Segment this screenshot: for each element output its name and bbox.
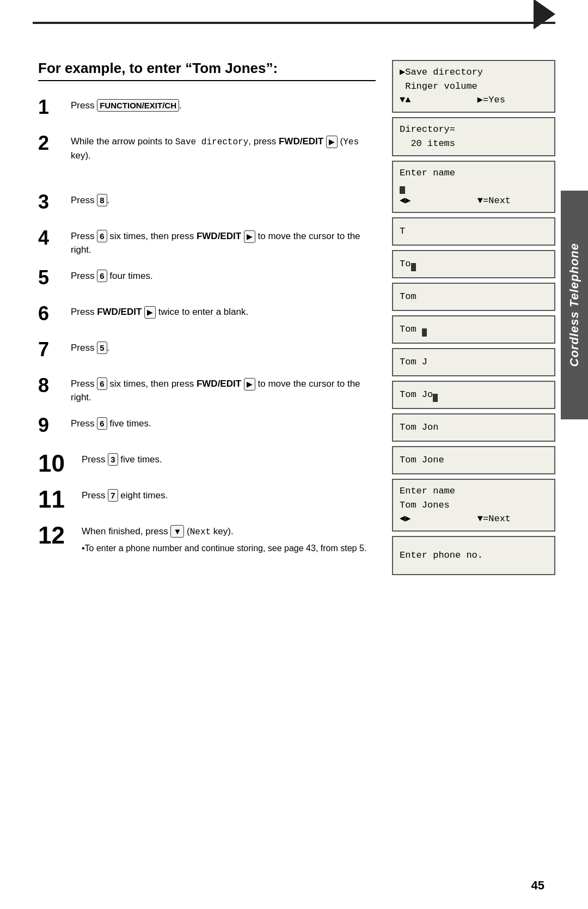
lcd-screen-6: Tom [392,315,555,344]
lcd-12-line1: Enter phone no. [400,548,548,563]
step-text-9: Press 6 five times. [71,414,376,431]
page-container: Cordless Telephone For example, to enter… [0,0,588,909]
lcd-en1-line1: Enter name [400,166,548,180]
fwd-edit-arrow-8: ▶ [244,378,255,391]
lcd-en1-line3: ◄▶ ▼=Next [400,194,548,208]
step-text-11: Press 7 eight times. [82,486,376,503]
lcd-screen-1: ▶Save directory Ringer volume ▼▲ ▶=Yes [392,60,555,113]
lcd-2-line2: 20 items [400,137,548,151]
step-11: 11 Press 7 eight times. [38,486,376,513]
step-10: 10 Press 3 five times. [38,450,376,477]
lcd-1-line1: ▶Save directory [400,65,548,80]
fwd-edit-arrow: ▶ [326,136,338,148]
step-7: 7 Press 5. [38,339,376,365]
lcd-screen-enter-name-1: Enter name ◄▶ ▼=Next [392,161,555,213]
lcd-screen-2: Directory= 20 items [392,117,555,156]
lcd-screen-11: Enter name Tom Jones ◄▶ ▼=Next [392,479,555,532]
function-exit-ch-key: FUNCTION/EXIT/CH [97,99,179,112]
step-2: 2 While the arrow points to Save directo… [38,132,376,163]
step-number-5: 5 [38,267,71,288]
lcd-8-line1: Tom Jo [400,388,548,402]
section-heading: For example, to enter “Tom Jones”: [38,60,376,81]
lcd-screen-3: T [392,217,555,246]
lcd-11-line1: Enter name [400,484,548,498]
right-column: ▶Save directory Ringer volume ▼▲ ▶=Yes D… [392,60,555,575]
key-6d: 6 [97,417,107,430]
step-text-3: Press 8. [71,191,376,208]
step-text-1: Press FUNCTION/EXIT/CH. [71,96,376,113]
lcd-5-line1: Tom [400,290,548,304]
lcd-screen-5: Tom [392,283,555,311]
yes-key-ref: Yes [343,137,359,147]
key-6a: 6 [97,230,107,242]
step-number-6: 6 [38,303,71,324]
step-number-7: 7 [38,339,71,359]
key-5: 5 [97,341,107,354]
lcd-3-line1: T [400,224,548,239]
step-9: 9 Press 6 five times. [38,414,376,441]
step-number-10: 10 [38,450,82,475]
step-12: 12 When finished, press ▼ (Next key). •T… [38,522,376,555]
key-8: 8 [97,194,107,206]
step-6: 6 Press FWD/EDIT ▶ twice to enter a blan… [38,303,376,329]
lcd-screen-7: Tom J [392,348,555,376]
step-number-9: 9 [38,414,71,435]
spacer-enter-name [38,175,376,186]
next-key-ref: Next [190,527,211,537]
key-6b: 6 [97,270,107,282]
step-8: 8 Press 6 six times, then press FWD/EDIT… [38,375,376,405]
step-5: 5 Press 6 four times. [38,267,376,293]
step-text-6: Press FWD/EDIT ▶ twice to enter a blank. [71,303,376,319]
step-text-4: Press 6 six times, then press FWD/EDIT ▶… [71,227,376,257]
lcd-10-line1: Tom Jone [400,453,548,467]
step-text-5: Press 6 four times. [71,267,376,283]
step-number-8: 8 [38,375,71,395]
fwd-edit-arrow-6: ▶ [144,306,156,319]
side-tab: Cordless Telephone [561,191,588,419]
key-6c: 6 [97,377,107,390]
step-12-note: •To enter a phone number and continue st… [82,542,376,555]
top-arrow-bar [0,0,588,33]
page-number: 45 [531,879,544,893]
main-content: For example, to enter “Tom Jones”: 1 Pre… [33,60,555,575]
key-7: 7 [108,489,118,502]
lcd-6-line1: Tom [400,322,548,337]
fwd-edit-arrow-4: ▶ [244,230,255,243]
step-number-2: 2 [38,132,71,153]
step-text-8: Press 6 six times, then press FWD/EDIT ▶… [71,375,376,405]
lcd-screen-9: Tom Jon [392,413,555,442]
lcd-7-line1: Tom J [400,355,548,369]
lcd-1-line3: ▼▲ ▶=Yes [400,93,548,107]
step-number-1: 1 [38,96,71,117]
side-tab-label: Cordless Telephone [567,243,581,367]
step-text-2: While the arrow points to Save directory… [71,132,376,163]
lcd-11-line3: ◄▶ ▼=Next [400,512,548,526]
step-number-12: 12 [38,522,82,547]
lcd-2-line1: Directory= [400,123,548,137]
lcd-screen-12: Enter phone no. [392,536,555,575]
arrow-right-icon [534,0,555,29]
lcd-1-line2: Ringer volume [400,80,548,94]
left-column: For example, to enter “Tom Jones”: 1 Pre… [33,60,392,575]
step-text-10: Press 3 five times. [82,450,376,467]
key-3: 3 [108,453,118,466]
lcd-9-line1: Tom Jon [400,420,548,435]
lcd-11-line2: Tom Jones [400,498,548,513]
key-next: ▼ [170,525,184,538]
lcd-screen-10: Tom Jone [392,446,555,474]
lcd-screen-4: To [392,250,555,278]
step-number-4: 4 [38,227,71,248]
save-directory-ref: Save directory [175,137,248,147]
step-number-3: 3 [38,191,71,212]
lcd-en1-line2 [400,180,548,194]
step-1: 1 Press FUNCTION/EXIT/CH. [38,96,376,123]
step-number-11: 11 [38,486,82,511]
lcd-4-line1: To [400,257,548,271]
step-3: 3 Press 8. [38,191,376,217]
step-4: 4 Press 6 six times, then press FWD/EDIT… [38,227,376,257]
step-text-7: Press 5. [71,339,376,355]
step-text-12: When finished, press ▼ (Next key). •To e… [82,522,376,555]
lcd-screen-8: Tom Jo [392,381,555,409]
